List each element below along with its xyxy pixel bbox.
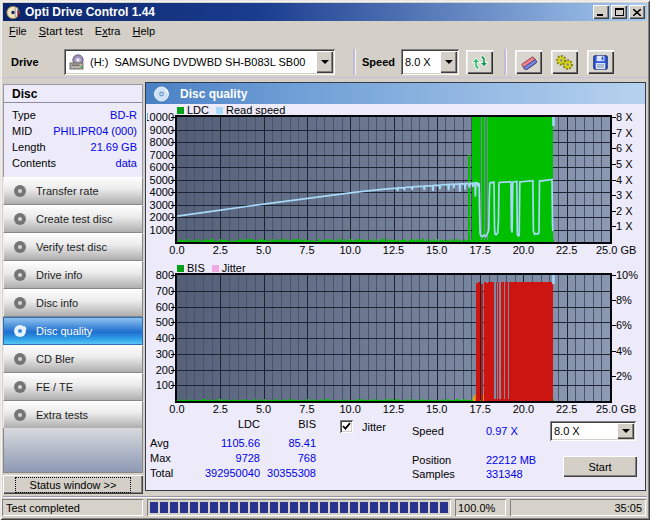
x-axis-label: 5.0 [242, 403, 286, 415]
start-button[interactable]: Start [563, 456, 637, 477]
menu-item-file[interactable]: File [3, 23, 33, 40]
y-axis-label-right: 7 X [616, 127, 633, 139]
sidebar-item-label: Transfer rate [36, 185, 99, 197]
speed-bottom-select-arrow[interactable] [617, 423, 634, 439]
y-axis-tick-left [171, 275, 175, 276]
jitter-checkbox[interactable] [340, 420, 353, 433]
menu-item-start-test[interactable]: Start test [33, 23, 89, 40]
y-axis-label-right: 2 X [616, 205, 633, 217]
samples-value: 331348 [486, 468, 523, 480]
y-axis-tick-left [171, 217, 175, 218]
settings-button[interactable] [551, 50, 578, 74]
stats-ldc-max: 9728 [170, 452, 260, 464]
y-axis-label-left: 7000 [147, 149, 174, 161]
drive-select[interactable]: (H:) SAMSUNG DVDWBD SH-B083L SB00 [64, 49, 335, 75]
progress-block [390, 502, 398, 513]
disc-icon [13, 240, 28, 254]
y-axis-tick-right [612, 148, 616, 149]
panel-title: Disc quality [180, 87, 247, 101]
toolbar-separator [353, 49, 355, 75]
y-axis-tick-left [171, 117, 175, 118]
sidebar-title-separator [4, 102, 142, 103]
y-axis-tick-left [171, 354, 175, 355]
progress-block [310, 502, 318, 513]
x-axis-label: 5.0 [242, 244, 286, 256]
speed-label: Speed [362, 56, 395, 68]
x-axis-label: 7.5 [285, 244, 329, 256]
stats-bis-max: 768 [266, 452, 316, 464]
stats-row-label-max: Max [150, 452, 171, 464]
minimize-button[interactable] [593, 5, 609, 19]
disc-info-row-type: TypeBD-R [12, 107, 137, 123]
y-axis-label-right: 4% [616, 345, 632, 357]
speed-bottom-select[interactable]: 8.0 X [550, 421, 636, 441]
sidebar-item-disc-info[interactable]: Disc info [3, 289, 143, 317]
x-axis-label: 20.0 [501, 244, 545, 256]
speed-select[interactable]: 8.0 X [401, 49, 459, 75]
sidebar-item-transfer-rate[interactable]: Transfer rate [3, 177, 143, 205]
menu-item-help[interactable]: Help [126, 23, 161, 40]
chart-canvas [177, 117, 610, 242]
sidebar-item-label: Drive info [36, 269, 82, 281]
sidebar-item-cd-bler[interactable]: CD Bler [3, 345, 143, 373]
legend-swatch-read-speed [216, 107, 223, 114]
sidebar-item-drive-info[interactable]: Drive info [3, 261, 143, 289]
x-axis-label: 10.0 [328, 403, 372, 415]
erase-button[interactable] [515, 50, 542, 74]
y-axis-label-right: 6% [616, 319, 632, 331]
sidebar-item-label: Disc info [36, 297, 78, 309]
y-axis-tick-left [171, 180, 175, 181]
y-axis-label-right: 8 X [616, 111, 633, 123]
y-axis-label-left: 4000 [147, 186, 174, 198]
statusbar-separator [3, 496, 647, 498]
y-axis-tick-left [171, 307, 175, 308]
y-axis-label-left: 2000 [147, 211, 174, 223]
refresh-button[interactable] [466, 50, 493, 74]
sidebar-item-label: Disc quality [36, 325, 92, 337]
sidebar-item-create-test-disc[interactable]: Create test disc [3, 205, 143, 233]
y-axis-tick-right [612, 133, 616, 134]
drive-label: Drive [11, 56, 39, 68]
sidebar-item-label: Create test disc [36, 213, 112, 225]
progress-block [340, 502, 348, 513]
progress-block [260, 502, 268, 513]
sidebar-item-fe-te[interactable]: FE / TE [3, 373, 143, 401]
progress-bar [147, 502, 450, 513]
y-axis-tick-right [612, 180, 616, 181]
progress-block [150, 502, 158, 513]
sidebar-panel: Disc TypeBD-RMIDPHILIPR04 (000)Length21.… [3, 84, 143, 473]
stats-row-label-avg: Avg [150, 437, 169, 449]
save-button[interactable] [587, 50, 614, 74]
disc-icon-wrap [13, 380, 28, 394]
x-axis-label: 2.5 [198, 403, 242, 415]
progress-block [200, 502, 208, 513]
close-button[interactable] [629, 5, 645, 19]
y-axis-label-left: 3000 [147, 199, 174, 211]
drive-select-arrow[interactable] [316, 51, 333, 73]
y-axis-label-right: 1 X [616, 220, 633, 232]
progress-block [430, 502, 438, 513]
progress-block [360, 502, 368, 513]
window-title: Opti Drive Control 1.44 [25, 5, 155, 19]
legend-swatch-ldc [177, 107, 184, 114]
disc-icon [13, 212, 28, 226]
sidebar-item-verify-test-disc[interactable]: Verify test disc [3, 233, 143, 261]
statusbar-elapsed: 35:05 [614, 502, 642, 514]
disc-icon-wrap [13, 408, 28, 422]
speed-select-arrow[interactable] [440, 51, 457, 73]
speed-select-value: 8.0 X [401, 56, 438, 68]
menu-item-extra[interactable]: Extra [89, 23, 127, 40]
maximize-button[interactable] [611, 5, 627, 19]
y-axis-tick-right [612, 275, 616, 276]
stats-ldc-total: 392950040 [170, 467, 260, 479]
sidebar-item-extra-tests[interactable]: Extra tests [3, 401, 143, 429]
y-axis-tick-right [612, 195, 616, 196]
disc-info-label: Length [12, 141, 46, 153]
progress-block [370, 502, 378, 513]
sidebar-footer-gradient [3, 428, 143, 473]
x-axis-label: 25.0 GB [596, 403, 650, 415]
toolbar-bottom-separator [2, 77, 648, 78]
status-window-button[interactable]: Status window >> [3, 475, 143, 494]
sidebar-item-disc-quality[interactable]: Disc quality [3, 317, 143, 345]
maximize-icon [615, 8, 624, 16]
